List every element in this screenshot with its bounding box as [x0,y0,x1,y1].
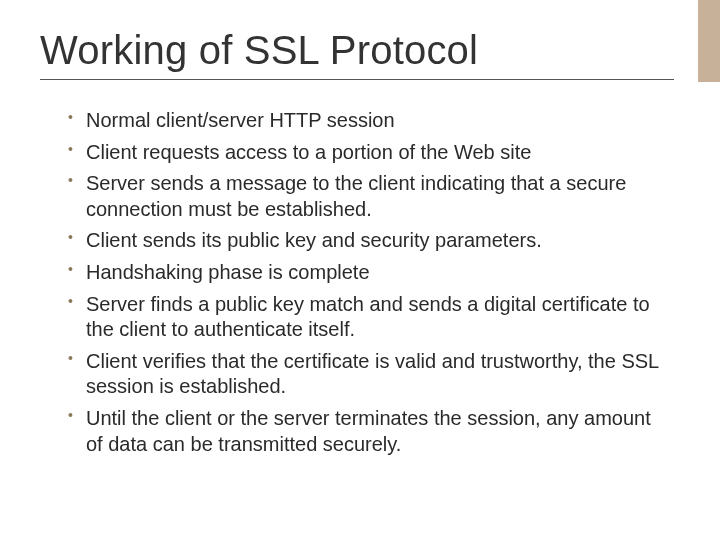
list-item: Client requests access to a portion of t… [68,140,666,166]
list-item: Handshaking phase is complete [68,260,666,286]
list-item: Client verifies that the certificate is … [68,349,666,400]
accent-bar [698,0,720,82]
list-item: Client sends its public key and security… [68,228,666,254]
slide-body: Working of SSL Protocol Normal client/se… [0,0,720,457]
bullet-list: Normal client/server HTTP session Client… [40,108,674,457]
list-item: Until the client or the server terminate… [68,406,666,457]
list-item: Server sends a message to the client ind… [68,171,666,222]
list-item: Normal client/server HTTP session [68,108,666,134]
list-item: Server finds a public key match and send… [68,292,666,343]
title-divider [40,79,674,80]
page-title: Working of SSL Protocol [40,28,674,73]
